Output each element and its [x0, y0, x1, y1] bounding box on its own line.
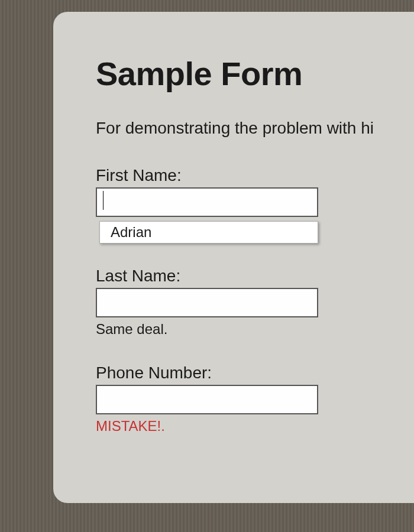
phone-error: MISTAKE!. — [96, 418, 414, 434]
first-name-label: First Name: — [96, 166, 414, 185]
form-subtitle: For demonstrating the problem with hi — [96, 119, 414, 138]
phone-group: Phone Number: MISTAKE!. — [96, 364, 414, 434]
last-name-hint: Same deal. — [96, 321, 414, 338]
phone-input[interactable] — [96, 385, 318, 414]
text-cursor — [103, 191, 104, 210]
first-name-group: First Name: Adrian — [96, 166, 414, 217]
last-name-group: Last Name: Same deal. — [96, 267, 414, 338]
autocomplete-dropdown[interactable]: Adrian — [99, 221, 318, 244]
last-name-input[interactable] — [96, 288, 318, 317]
form-card: Sample Form For demonstrating the proble… — [53, 12, 414, 503]
last-name-label: Last Name: — [96, 267, 414, 286]
phone-label: Phone Number: — [96, 364, 414, 382]
first-name-input[interactable] — [96, 187, 318, 217]
form-title: Sample Form — [96, 54, 414, 93]
autocomplete-suggestion: Adrian — [111, 224, 151, 240]
